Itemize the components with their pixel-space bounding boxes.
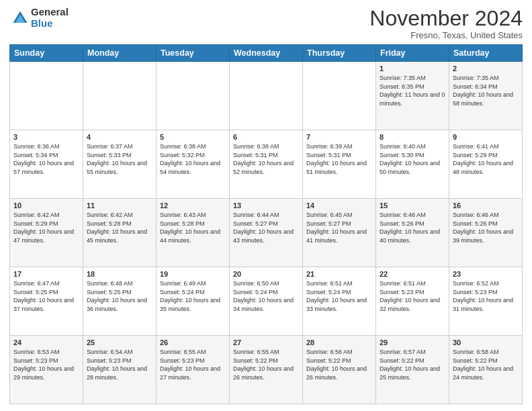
day-cell: 26Sunrise: 6:55 AM Sunset: 5:23 PM Dayli… [157,336,230,404]
day-cell [10,62,83,130]
day-info: Sunrise: 6:50 AM Sunset: 5:24 PM Dayligh… [233,279,299,313]
day-info: Sunrise: 6:44 AM Sunset: 5:27 PM Dayligh… [233,211,299,244]
calendar-container: General Blue November 2024 Fresno, Texas… [0,0,532,411]
day-info: Sunrise: 6:38 AM Sunset: 5:32 PM Dayligh… [160,142,226,176]
day-cell: 5Sunrise: 6:38 AM Sunset: 5:32 PM Daylig… [157,130,230,199]
day-cell: 20Sunrise: 6:50 AM Sunset: 5:24 PM Dayli… [230,267,303,336]
day-cell: 21Sunrise: 6:51 AM Sunset: 5:24 PM Dayli… [303,267,376,336]
day-cell: 12Sunrise: 6:43 AM Sunset: 5:28 PM Dayli… [157,199,230,267]
day-info: Sunrise: 6:42 AM Sunset: 5:29 PM Dayligh… [13,211,79,244]
day-cell: 28Sunrise: 6:56 AM Sunset: 5:22 PM Dayli… [303,336,376,404]
day-number: 26 [160,338,226,347]
day-info: Sunrise: 6:55 AM Sunset: 5:22 PM Dayligh… [233,348,299,381]
col-monday: Monday [83,45,157,62]
day-cell: 8Sunrise: 6:40 AM Sunset: 5:30 PM Daylig… [376,130,449,199]
day-number: 25 [87,338,152,347]
day-cell [157,62,230,130]
title-block: November 2024 Fresno, Texas, United Stat… [369,7,523,40]
day-cell: 27Sunrise: 6:55 AM Sunset: 5:22 PM Dayli… [230,336,303,404]
day-cell: 13Sunrise: 6:44 AM Sunset: 5:27 PM Dayli… [230,199,303,267]
day-number: 7 [306,133,372,141]
day-info: Sunrise: 6:42 AM Sunset: 5:28 PM Dayligh… [87,211,152,244]
day-info: Sunrise: 6:49 AM Sunset: 5:24 PM Dayligh… [160,279,226,313]
day-cell: 19Sunrise: 6:49 AM Sunset: 5:24 PM Dayli… [157,267,230,336]
col-thursday: Thursday [303,45,376,62]
day-cell: 4Sunrise: 6:37 AM Sunset: 5:33 PM Daylig… [83,130,157,199]
day-number: 6 [233,133,299,141]
day-number: 29 [380,338,445,347]
logo-icon [11,9,30,28]
day-number: 9 [453,133,519,141]
day-number: 8 [380,133,445,141]
col-saturday: Saturday [449,45,523,62]
day-info: Sunrise: 6:38 AM Sunset: 5:31 PM Dayligh… [233,142,299,176]
day-cell: 29Sunrise: 6:57 AM Sunset: 5:22 PM Dayli… [376,336,449,404]
day-number: 2 [453,64,519,73]
day-number: 22 [380,270,445,278]
day-number: 13 [233,201,299,210]
day-cell: 30Sunrise: 6:58 AM Sunset: 5:22 PM Dayli… [449,336,523,404]
col-wednesday: Wednesday [230,45,303,62]
day-cell: 9Sunrise: 6:41 AM Sunset: 5:29 PM Daylig… [449,130,523,199]
day-info: Sunrise: 6:48 AM Sunset: 5:25 PM Dayligh… [87,279,152,313]
day-info: Sunrise: 6:55 AM Sunset: 5:23 PM Dayligh… [160,348,226,381]
day-number: 21 [306,270,372,278]
week-row-0: 1Sunrise: 7:35 AM Sunset: 6:35 PM Daylig… [10,62,523,130]
day-number: 19 [160,270,226,278]
calendar-table: Sunday Monday Tuesday Wednesday Thursday… [9,44,523,404]
day-number: 1 [380,64,445,73]
day-number: 18 [87,270,152,278]
day-info: Sunrise: 6:58 AM Sunset: 5:22 PM Dayligh… [453,348,519,381]
day-cell [303,62,376,130]
day-info: Sunrise: 6:39 AM Sunset: 5:31 PM Dayligh… [306,142,372,176]
day-cell: 25Sunrise: 6:54 AM Sunset: 5:23 PM Dayli… [83,336,157,404]
day-info: Sunrise: 6:46 AM Sunset: 5:26 PM Dayligh… [453,211,519,244]
day-number: 17 [13,270,79,278]
week-row-4: 24Sunrise: 6:53 AM Sunset: 5:23 PM Dayli… [10,336,523,404]
day-cell: 2Sunrise: 7:35 AM Sunset: 6:34 PM Daylig… [449,62,523,130]
day-number: 14 [306,201,372,210]
day-number: 15 [380,201,445,210]
day-cell: 15Sunrise: 6:46 AM Sunset: 5:26 PM Dayli… [376,199,449,267]
day-number: 11 [87,201,152,210]
day-cell: 24Sunrise: 6:53 AM Sunset: 5:23 PM Dayli… [10,336,83,404]
day-number: 23 [453,270,519,278]
header: General Blue November 2024 Fresno, Texas… [9,7,523,40]
logo-blue: Blue [31,18,69,30]
day-cell: 14Sunrise: 6:45 AM Sunset: 5:27 PM Dayli… [303,199,376,267]
day-cell: 6Sunrise: 6:38 AM Sunset: 5:31 PM Daylig… [230,130,303,199]
day-info: Sunrise: 6:57 AM Sunset: 5:22 PM Dayligh… [380,348,445,381]
location: Fresno, Texas, United States [369,30,523,40]
day-cell [230,62,303,130]
calendar-body: 1Sunrise: 7:35 AM Sunset: 6:35 PM Daylig… [10,62,523,404]
day-number: 10 [13,201,79,210]
day-info: Sunrise: 6:43 AM Sunset: 5:28 PM Dayligh… [160,211,226,244]
logo-general: General [31,7,69,18]
week-row-2: 10Sunrise: 6:42 AM Sunset: 5:29 PM Dayli… [10,199,523,267]
day-number: 20 [233,270,299,278]
day-cell: 7Sunrise: 6:39 AM Sunset: 5:31 PM Daylig… [303,130,376,199]
day-info: Sunrise: 6:54 AM Sunset: 5:23 PM Dayligh… [87,348,152,381]
day-number: 4 [87,133,152,141]
day-cell: 1Sunrise: 7:35 AM Sunset: 6:35 PM Daylig… [376,62,449,130]
day-info: Sunrise: 6:36 AM Sunset: 5:34 PM Dayligh… [13,142,79,176]
day-number: 12 [160,201,226,210]
calendar-header: Sunday Monday Tuesday Wednesday Thursday… [10,45,523,62]
day-info: Sunrise: 6:45 AM Sunset: 5:27 PM Dayligh… [306,211,372,244]
month-title: November 2024 [369,7,523,30]
day-info: Sunrise: 6:56 AM Sunset: 5:22 PM Dayligh… [306,348,372,381]
day-info: Sunrise: 6:47 AM Sunset: 5:25 PM Dayligh… [13,279,79,313]
day-number: 30 [453,338,519,347]
day-info: Sunrise: 6:40 AM Sunset: 5:30 PM Dayligh… [380,142,445,176]
day-info: Sunrise: 7:35 AM Sunset: 6:35 PM Dayligh… [380,74,445,107]
col-tuesday: Tuesday [157,45,230,62]
week-row-1: 3Sunrise: 6:36 AM Sunset: 5:34 PM Daylig… [10,130,523,199]
day-number: 28 [306,338,372,347]
day-cell: 23Sunrise: 6:52 AM Sunset: 5:23 PM Dayli… [449,267,523,336]
day-number: 27 [233,338,299,347]
week-row-3: 17Sunrise: 6:47 AM Sunset: 5:25 PM Dayli… [10,267,523,336]
day-cell: 10Sunrise: 6:42 AM Sunset: 5:29 PM Dayli… [10,199,83,267]
header-row: Sunday Monday Tuesday Wednesday Thursday… [10,45,523,62]
logo: General Blue [9,7,69,29]
day-info: Sunrise: 6:51 AM Sunset: 5:24 PM Dayligh… [306,279,372,313]
